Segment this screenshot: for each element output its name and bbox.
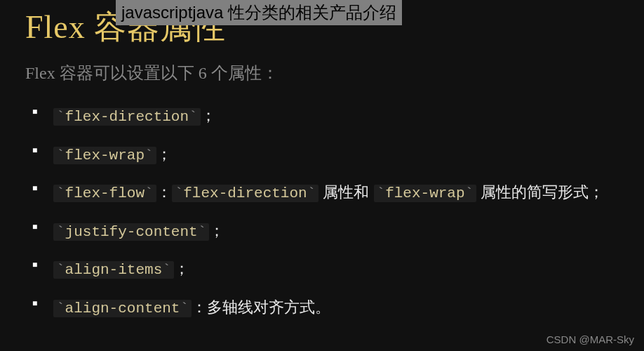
item-suffix: ； [174, 260, 189, 277]
code-token: justify-content [53, 223, 209, 241]
code-token: flex-wrap [374, 185, 477, 202]
code-token: flex-flow [53, 185, 156, 202]
list-item: align-items； [32, 257, 619, 282]
item-suffix: ； [209, 222, 224, 239]
subtitle-text: Flex 容器可以设置以下 6 个属性： [25, 62, 619, 84]
content-area: Flex 容器属性 Flex 容器可以设置以下 6 个属性： flex-dire… [0, 0, 644, 319]
item-text: ：多轴线对齐方式。 [192, 298, 330, 316]
code-token: flex-wrap [53, 147, 156, 164]
item-text: 属性的简写形式； [476, 183, 604, 201]
property-list: flex-direction； flex-wrap； flex-flow：fle… [25, 104, 619, 319]
item-suffix: ； [156, 145, 172, 163]
list-item: flex-direction； [32, 104, 619, 128]
list-item: align-content：多轴线对齐方式。 [32, 296, 619, 320]
list-item: flex-flow：flex-direction 属性和 flex-wrap 属… [32, 180, 619, 205]
list-item: flex-wrap； [32, 143, 619, 167]
item-text: ： [156, 183, 172, 201]
code-token: align-items [53, 261, 174, 279]
item-suffix: ； [201, 107, 216, 124]
code-token: flex-direction [172, 185, 319, 202]
code-token: align-content [53, 300, 192, 317]
code-token: flex-direction [53, 108, 201, 126]
overlay-banner: javascriptjava 性分类的相关产品介绍 [116, 0, 402, 25]
list-item: justify-content； [32, 219, 619, 244]
watermark: CSDN @MAR-Sky [546, 333, 634, 345]
item-text: 属性和 [318, 183, 373, 201]
